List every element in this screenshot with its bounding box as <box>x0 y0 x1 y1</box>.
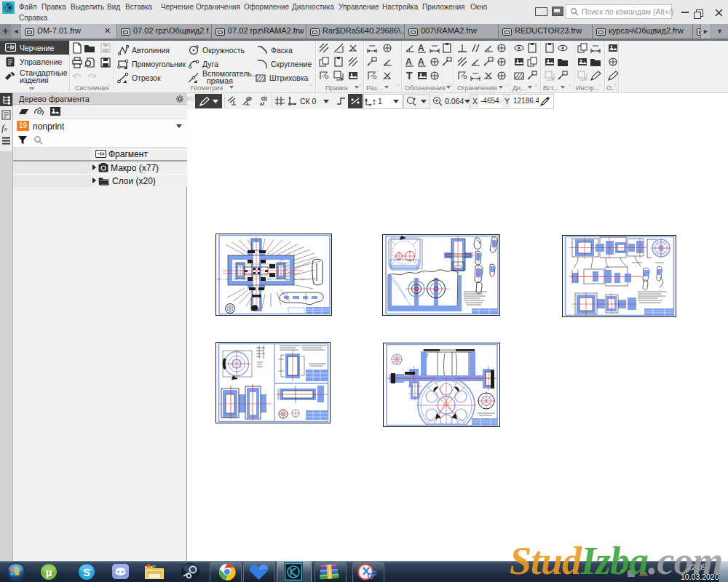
svg-text:µ: µ <box>46 566 52 578</box>
svg-text:S: S <box>83 566 90 578</box>
